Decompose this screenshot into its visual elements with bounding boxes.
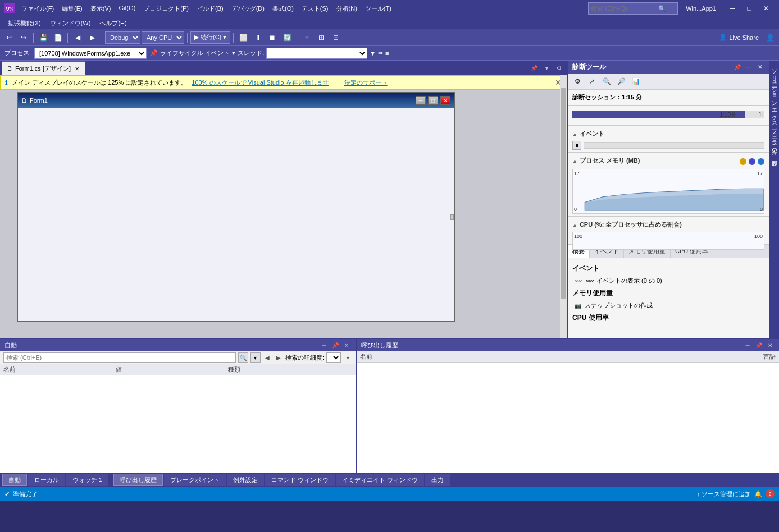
bottom-tab-exceptions[interactable]: 例外設定 (227, 474, 264, 486)
toolbar-undo-btn[interactable]: ↩ (2, 31, 16, 44)
toolbar-pause-btn[interactable]: ⏸ (251, 31, 265, 44)
form-maximize-button[interactable]: □ (428, 96, 438, 105)
search-box[interactable]: 🔍 (588, 2, 678, 15)
cpu-collapse-icon[interactable]: ▲ (572, 222, 577, 228)
resize-handle[interactable] (450, 214, 454, 220)
auto-prev-button[interactable]: ◀ (263, 353, 272, 362)
toolbar-profile-btn[interactable]: 👤 (763, 31, 777, 44)
diag-settings-button[interactable]: ⚙ (571, 75, 584, 88)
info-link1[interactable]: 100% のスケールで Visual Studio を再起動します (192, 79, 329, 87)
menu-view[interactable]: 表示(V) (87, 3, 115, 14)
sidebar-git-history[interactable]: Git 履歴 (769, 145, 779, 159)
bottom-tab-immediate[interactable]: イミディエイト ウィンドウ (336, 474, 424, 486)
session-label: 診断セッション：1:15 分 (572, 94, 642, 100)
toolbar-thread-btn[interactable]: ⊞ (315, 31, 328, 44)
info-link2[interactable]: 決定のサポート (344, 79, 388, 87)
call-dock-button[interactable]: 📌 (754, 341, 763, 350)
diag-export-button[interactable]: ↗ (586, 75, 598, 88)
source-control-label[interactable]: ↑ ソース管理に追加 (696, 490, 751, 498)
auto-search-input[interactable] (3, 352, 236, 363)
sidebar-solution-explorer[interactable]: ソリューション エクスプローラー (769, 63, 779, 144)
menu-help[interactable]: ヘルプ(H) (96, 19, 130, 28)
auto-dock-button[interactable]: 📌 (331, 341, 340, 350)
snapshot-label[interactable]: スナップショットの作成 (585, 301, 653, 310)
form-body[interactable] (18, 108, 454, 321)
auto-close-button[interactable]: ✕ (342, 341, 351, 350)
events-collapse-icon[interactable]: ▲ (572, 131, 577, 137)
thread-select[interactable] (266, 48, 367, 59)
form-minimize-button[interactable]: ─ (416, 96, 426, 105)
bottom-tab-callstack[interactable]: 呼び出し履歴 (113, 474, 163, 486)
menu-debug[interactable]: デバッグ(D) (228, 3, 268, 14)
menu-format[interactable]: 書式(O) (269, 3, 297, 14)
form-close-button[interactable]: ✕ (440, 96, 450, 105)
memory-collapse-icon[interactable]: ▲ (572, 158, 577, 164)
toolbar-save-btn[interactable]: 💾 (37, 31, 50, 44)
toolbar-step-btn[interactable]: ⬜ (236, 31, 250, 44)
auto-search-button[interactable]: 🔍 (238, 352, 248, 363)
toolbar-restart-btn[interactable]: 🔄 (280, 31, 294, 44)
menu-test[interactable]: テスト(S) (298, 3, 332, 14)
search-input[interactable] (591, 5, 658, 12)
scrollbar-thumb[interactable] (561, 88, 566, 298)
memory-indicator2[interactable] (749, 158, 755, 165)
bottom-tab-auto[interactable]: 自動 (2, 474, 27, 486)
toolbar-stop-btn[interactable]: ⏹ (266, 31, 279, 44)
toolbar-fwd-btn[interactable]: ▶ (85, 31, 99, 44)
toolbar-back-btn[interactable]: ◀ (71, 31, 84, 44)
toolbar-misc-btn[interactable]: ≡ (300, 31, 313, 44)
tab-pin-button[interactable]: 📌 (529, 62, 540, 74)
bottom-tab-watch[interactable]: ウォッチ 1 (66, 474, 108, 486)
menu-file[interactable]: ファイル(F) (18, 3, 57, 14)
continue-button[interactable]: ▶ 続行(C) ▾ (190, 31, 230, 44)
menu-extensions[interactable]: 拡張機能(X) (4, 19, 44, 28)
diag-search-button[interactable]: 🔍 (600, 75, 613, 88)
live-share-button[interactable]: 👤 Live Share (716, 31, 762, 44)
menu-git[interactable]: Git(G) (115, 3, 139, 14)
menu-project[interactable]: プロジェクト(P) (140, 3, 192, 14)
auto-search-chevron[interactable]: ▾ (250, 352, 261, 363)
bottom-tab-breakpoints[interactable]: ブレークポイント (164, 474, 226, 486)
memory-indicator1[interactable] (740, 158, 746, 165)
timeline-track[interactable]: 1:10分 1: (572, 111, 764, 118)
canvas-scrollbar[interactable] (560, 75, 567, 338)
diag-memory-content-item[interactable]: 📷 スナップショットの作成 (572, 300, 764, 311)
menu-edit[interactable]: 編集(E) (58, 3, 86, 14)
menu-tools[interactable]: ツール(T) (362, 3, 395, 14)
toolbar-save-all-btn[interactable]: 📄 (51, 31, 65, 44)
debug-config-select[interactable]: Debug (105, 31, 140, 44)
auto-col-type-header: 種類 (228, 365, 352, 374)
call-close-button[interactable]: ✕ (766, 341, 775, 350)
event-pause-button[interactable]: ⏸ (572, 141, 581, 150)
diag-close-button[interactable]: ✕ (755, 63, 764, 72)
bottom-tab-command[interactable]: コマンド ウィンドウ (265, 474, 335, 486)
editor-tab-form1[interactable]: 🗋 Form1.cs [デザイン] ✕ (2, 61, 86, 75)
bottom-tab-local[interactable]: ローカル (28, 474, 65, 486)
diag-zoom-button[interactable]: 🔎 (615, 75, 627, 88)
detail-chevron[interactable]: ▾ (343, 353, 352, 362)
menu-window[interactable]: ウィンドウ(W) (47, 19, 94, 28)
tab-settings-icon[interactable]: ⚙ (553, 62, 564, 74)
toolbar-redo-btn[interactable]: ↪ (17, 31, 30, 44)
bottom-tab-output[interactable]: 出力 (425, 474, 450, 486)
diag-pin-button[interactable]: 📌 (733, 63, 742, 72)
menu-build[interactable]: ビルド(B) (193, 3, 227, 14)
auto-pin-button[interactable]: ─ (320, 341, 329, 350)
diag-chart-button[interactable]: 📊 (630, 75, 642, 88)
tab-close-button[interactable]: ✕ (73, 65, 81, 72)
auto-next-button[interactable]: ▶ (274, 353, 283, 362)
close-button[interactable]: ✕ (758, 0, 775, 17)
memory-indicator3[interactable] (758, 158, 764, 165)
minimize-button[interactable]: ─ (724, 0, 741, 17)
call-pin-button[interactable]: ─ (743, 341, 752, 350)
notification-bell-icon[interactable]: 🔔 (754, 490, 762, 498)
cpu-config-select[interactable]: Any CPU (142, 31, 184, 44)
tab-overflow-button[interactable]: ▾ (541, 62, 552, 74)
menu-analyze[interactable]: 分析(N) (333, 3, 361, 14)
detail-select[interactable] (326, 352, 341, 363)
maximize-button[interactable]: □ (741, 0, 758, 17)
toolbar-frame-btn[interactable]: ⊟ (329, 31, 343, 44)
form-window[interactable]: 🗋 Form1 ─ □ ✕ (17, 92, 455, 322)
diag-unpin-button[interactable]: ─ (744, 63, 753, 72)
process-select[interactable]: [10708] WindowsFormsApp1.exe (34, 48, 147, 59)
